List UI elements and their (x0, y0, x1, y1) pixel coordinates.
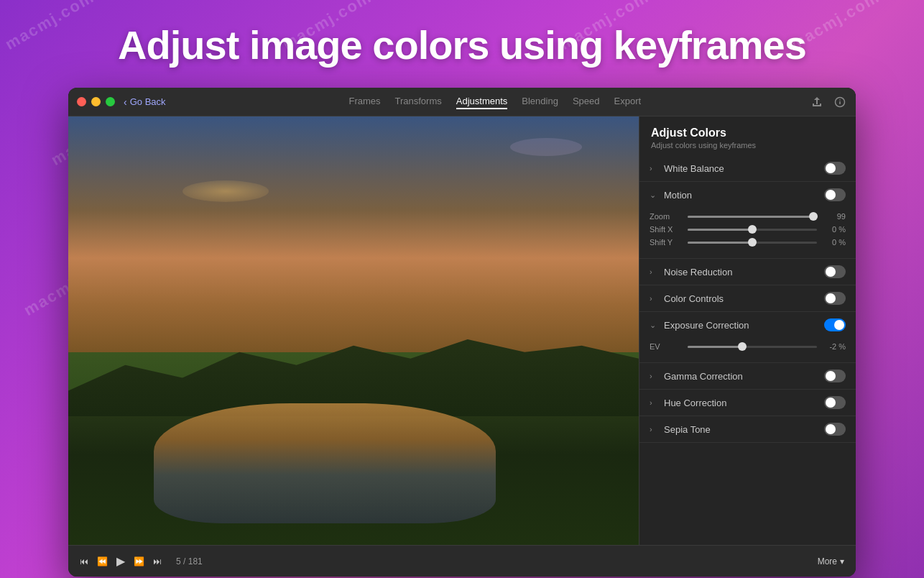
panel-title: Adjust Colors (651, 127, 844, 139)
section-sepia-tone-header[interactable]: › Sepia Tone (650, 416, 846, 442)
app-window: ‹ Go Back Frames Transforms Adjustments … (68, 88, 856, 577)
section-motion-header[interactable]: ⌄ Motion (650, 182, 846, 208)
sepia-tone-chevron-icon: › (650, 425, 660, 434)
sepia-tone-label: Sepia Tone (664, 424, 711, 435)
exposure-correction-chevron-icon: ⌄ (650, 321, 660, 330)
gamma-correction-toggle[interactable] (824, 370, 846, 382)
ev-label: EV (650, 342, 682, 351)
zoom-slider[interactable] (688, 216, 817, 218)
zoom-thumb[interactable] (809, 212, 818, 221)
tab-speed[interactable]: Speed (573, 94, 600, 109)
go-back-label: Go Back (130, 96, 166, 107)
more-button[interactable]: More ▾ (818, 556, 844, 566)
exposure-correction-toggle[interactable] (824, 318, 846, 331)
white-balance-label: White Balance (664, 163, 724, 174)
minimize-button[interactable] (91, 97, 101, 106)
page-title: Adjust image colors using keyframes (0, 22, 924, 68)
go-back-button[interactable]: ‹ Go Back (124, 96, 166, 108)
ev-value: -2 % (823, 342, 846, 351)
exposure-correction-label: Exposure Correction (664, 320, 749, 331)
sepia-tone-toggle[interactable] (824, 423, 846, 436)
tab-blending[interactable]: Blending (522, 94, 558, 109)
frame-counter: 5 / 181 (176, 556, 203, 566)
gamma-correction-chevron-icon: › (650, 372, 660, 380)
section-sepia-tone: › Sepia Tone (639, 416, 856, 443)
color-controls-toggle[interactable] (824, 292, 846, 305)
frame-separator: / (183, 556, 188, 566)
motion-toggle[interactable] (824, 188, 846, 201)
shift-x-slider-row: Shift X 0 % (650, 225, 846, 234)
section-gamma-correction: › Gamma Correction (639, 363, 856, 390)
panel-header: Adjust Colors Adjust colors using keyfra… (639, 116, 856, 155)
tab-frames[interactable]: Frames (348, 94, 380, 109)
tab-export[interactable]: Export (614, 94, 642, 109)
info-icon[interactable] (833, 95, 847, 109)
scene-water (154, 403, 496, 523)
svg-point-2 (839, 99, 841, 101)
white-balance-toggle[interactable] (824, 162, 846, 175)
section-hue-correction: › Hue Correction (639, 390, 856, 416)
zoom-slider-row: Zoom 99 (650, 212, 846, 221)
section-noise-reduction: › Noise Reduction (639, 259, 856, 285)
section-white-balance-header[interactable]: › White Balance (650, 155, 846, 181)
ev-slider-row: EV -2 % (650, 342, 846, 351)
section-exposure-correction-header[interactable]: ⌄ Exposure Correction (650, 312, 846, 338)
panel-subtitle: Adjust colors using keyframes (651, 141, 844, 150)
window-controls (77, 97, 115, 106)
shift-x-thumb[interactable] (748, 225, 757, 234)
maximize-button[interactable] (106, 97, 115, 106)
gamma-correction-label: Gamma Correction (664, 371, 743, 382)
shift-x-label: Shift X (650, 225, 682, 234)
section-color-controls: › Color Controls (639, 285, 856, 312)
video-frame (68, 116, 639, 545)
close-button[interactable] (77, 97, 86, 106)
current-frame: 5 (176, 556, 181, 566)
ev-thumb[interactable] (738, 342, 747, 351)
shift-x-slider[interactable] (688, 229, 817, 231)
zoom-label: Zoom (650, 212, 682, 221)
step-back-button[interactable]: ⏪ (97, 556, 108, 566)
bottom-bar: ⏮ ⏪ ▶ ⏩ ⏭ 5 / 181 More ▾ (68, 545, 856, 577)
shift-y-thumb[interactable] (748, 238, 757, 247)
scene-cloud (510, 138, 582, 156)
play-button[interactable]: ▶ (116, 554, 125, 568)
share-icon[interactable] (810, 95, 824, 109)
shift-y-label: Shift Y (650, 238, 682, 247)
shift-x-value: 0 % (823, 225, 846, 234)
skip-to-start-button[interactable]: ⏮ (80, 556, 88, 566)
title-bar-actions (810, 95, 847, 109)
hue-correction-chevron-icon: › (650, 398, 660, 407)
main-content: Adjust Colors Adjust colors using keyfra… (68, 116, 856, 545)
noise-reduction-chevron-icon: › (650, 267, 660, 276)
noise-reduction-toggle[interactable] (824, 265, 846, 278)
noise-reduction-label: Noise Reduction (664, 267, 732, 277)
section-color-controls-header[interactable]: › Color Controls (650, 285, 846, 311)
playback-controls: ⏮ ⏪ ▶ ⏩ ⏭ (80, 554, 162, 568)
section-hue-correction-header[interactable]: › Hue Correction (650, 390, 846, 416)
shift-x-fill (688, 229, 752, 231)
nav-tabs: Frames Transforms Adjustments Blending S… (180, 94, 810, 109)
more-chevron-icon: ▾ (840, 556, 844, 566)
skip-to-end-button[interactable]: ⏭ (153, 556, 162, 566)
hue-correction-label: Hue Correction (664, 398, 726, 408)
tab-transforms[interactable]: Transforms (395, 94, 442, 109)
section-motion: ⌄ Motion Zoom 99 Shift X (639, 182, 856, 259)
motion-chevron-icon: ⌄ (650, 191, 660, 200)
zoom-fill (688, 216, 813, 218)
section-exposure-correction: ⌄ Exposure Correction EV -2 % (639, 312, 856, 363)
shift-y-fill (688, 242, 752, 244)
section-noise-reduction-header[interactable]: › Noise Reduction (650, 259, 846, 285)
hue-correction-toggle[interactable] (824, 396, 846, 409)
section-gamma-correction-header[interactable]: › Gamma Correction (650, 363, 846, 389)
tab-adjustments[interactable]: Adjustments (456, 94, 508, 109)
white-balance-chevron-icon: › (650, 164, 660, 173)
more-label: More (818, 556, 837, 566)
color-controls-chevron-icon: › (650, 294, 660, 303)
zoom-value: 99 (823, 212, 846, 221)
step-forward-button[interactable]: ⏩ (134, 556, 144, 566)
ev-fill (688, 346, 742, 348)
title-bar: ‹ Go Back Frames Transforms Adjustments … (68, 88, 856, 116)
go-back-arrow-icon: ‹ (124, 96, 127, 108)
ev-slider[interactable] (688, 346, 817, 348)
shift-y-slider[interactable] (688, 242, 817, 244)
